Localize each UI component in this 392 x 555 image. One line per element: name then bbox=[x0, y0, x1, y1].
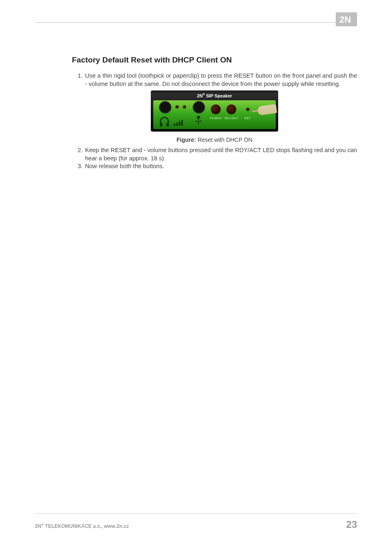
svg-text:2N: 2N bbox=[339, 14, 351, 25]
led-label: RDY/ACT bbox=[225, 117, 238, 120]
device-title: 2N® SIP Speaker bbox=[151, 93, 278, 98]
headphone-icon bbox=[160, 117, 169, 125]
device-panel-figure: 2N® SIP Speaker POWER bbox=[151, 90, 278, 132]
footer-company-prefix: 2N bbox=[35, 523, 41, 529]
button-dot-icon bbox=[175, 105, 179, 109]
page-number: 23 bbox=[346, 519, 357, 530]
device-title-prefix: 2N bbox=[197, 93, 203, 98]
step-list: Use a thin rigid tool (toothpick or pape… bbox=[72, 72, 357, 88]
header-rule bbox=[35, 22, 357, 23]
button-dot-icon bbox=[183, 105, 186, 109]
audio-jack-icon bbox=[194, 102, 204, 113]
figure-caption-text: Reset with DHCP ON bbox=[196, 136, 252, 143]
figure-label: Figure: bbox=[177, 136, 196, 143]
led-label: RST bbox=[244, 117, 251, 120]
footer-company-suffix: TELEKOMUNIKACE a.s., www.2n.cz bbox=[44, 523, 129, 529]
section-heading: Factory Default Reset with DHCP Client O… bbox=[72, 56, 357, 65]
list-item: Keep the RESET and - volume buttons pres… bbox=[84, 146, 357, 162]
reset-tool-icon bbox=[257, 104, 277, 116]
audio-jack-icon bbox=[160, 102, 171, 113]
usb-icon bbox=[194, 117, 203, 125]
volume-bars-icon bbox=[174, 120, 183, 126]
list-item: Now release both the buttons. bbox=[84, 162, 357, 171]
step-list: Keep the RESET and - volume buttons pres… bbox=[72, 146, 357, 171]
rdy-act-led-icon bbox=[226, 104, 236, 114]
footer-company: 2N® TELEKOMUNIKACE a.s., www.2n.cz bbox=[35, 523, 129, 529]
brand-logo: 2N bbox=[336, 12, 357, 28]
list-item: Use a thin rigid tool (toothpick or pape… bbox=[84, 72, 357, 88]
power-led-icon bbox=[211, 104, 221, 114]
reset-hole-icon bbox=[246, 108, 249, 111]
figure-caption: Figure: Reset with DHCP ON bbox=[72, 136, 357, 143]
led-label: POWER bbox=[210, 117, 221, 120]
footer-rule bbox=[35, 513, 357, 514]
device-title-suffix: SIP Speaker bbox=[206, 93, 232, 98]
